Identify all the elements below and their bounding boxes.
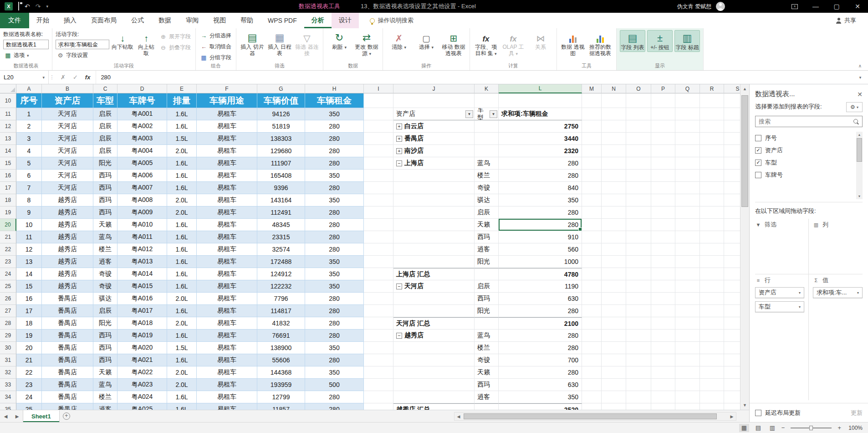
- cell-S31[interactable]: [724, 354, 740, 366]
- cell-S13[interactable]: [724, 133, 740, 145]
- row-header-30[interactable]: 30: [0, 342, 16, 354]
- cell-F30[interactable]: 易租车: [197, 342, 257, 354]
- ribbon-button-取消组合[interactable]: ←取消组合: [199, 42, 233, 52]
- normal-view-icon[interactable]: ▦: [739, 424, 749, 432]
- column-header-Q[interactable]: Q: [675, 84, 700, 93]
- cell-M20[interactable]: [582, 219, 602, 231]
- cell-M34[interactable]: [582, 391, 602, 403]
- cell-O30[interactable]: [626, 342, 651, 354]
- cell-N35[interactable]: [602, 403, 626, 410]
- scroll-up-icon[interactable]: ▲: [856, 132, 863, 138]
- cell-E33[interactable]: 2.0L: [167, 379, 197, 391]
- cell-F26[interactable]: 易租车: [197, 293, 257, 305]
- cell-N26[interactable]: [602, 293, 626, 305]
- cell-P13[interactable]: [651, 133, 675, 145]
- formula-input[interactable]: 280: [96, 71, 853, 84]
- cell-F33[interactable]: 易租车: [197, 379, 257, 391]
- cell-D25[interactable]: 粤A015: [117, 280, 167, 293]
- cell-M31[interactable]: [582, 354, 602, 366]
- cell-D22[interactable]: 粤A012: [117, 243, 167, 256]
- update-button[interactable]: 更新: [851, 409, 863, 417]
- cell-M16[interactable]: [582, 170, 602, 182]
- cell-S15[interactable]: [724, 157, 740, 170]
- cell-R24[interactable]: [700, 268, 724, 280]
- cell-D35[interactable]: 粤A025: [117, 403, 167, 410]
- row-header-27[interactable]: 27: [0, 305, 16, 317]
- cell-S14[interactable]: [724, 145, 740, 157]
- field-list-scroll-thumb[interactable]: [857, 138, 862, 162]
- cell-G33[interactable]: 193959: [257, 379, 305, 391]
- undo-button[interactable]: ↶: [25, 3, 30, 10]
- cell-R26[interactable]: [700, 293, 724, 305]
- cell-L12[interactable]: 2750: [499, 120, 582, 133]
- row-header-23[interactable]: 23: [0, 256, 16, 268]
- cell-K12[interactable]: [475, 120, 499, 133]
- tab-file[interactable]: 文件: [0, 13, 29, 28]
- options-button[interactable]: ▦ 选项 ▾: [3, 51, 49, 60]
- ribbon-button-更改数据源[interactable]: ⇄更改 数据源 ▾: [354, 30, 379, 57]
- cell-E35[interactable]: 1.6L: [167, 403, 197, 410]
- cell-M10[interactable]: [582, 93, 602, 108]
- cell-F11[interactable]: 易租车: [197, 108, 257, 120]
- cell-L34[interactable]: 350: [499, 391, 582, 403]
- cell-J19[interactable]: [393, 206, 475, 219]
- cell-D34[interactable]: 粤A024: [117, 391, 167, 403]
- vertical-scrollbar[interactable]: ▲ ▼: [740, 84, 749, 410]
- cell-M15[interactable]: [582, 157, 602, 170]
- cell-L21[interactable]: 910: [499, 231, 582, 243]
- tab-WPS PDF[interactable]: WPS PDF: [260, 13, 304, 28]
- cell-Q28[interactable]: [675, 317, 700, 330]
- cell-Q32[interactable]: [675, 366, 700, 379]
- expand-formula-bar-icon[interactable]: ▾: [853, 71, 868, 84]
- cell-S26[interactable]: [724, 293, 740, 305]
- cell-J29[interactable]: −越秀店: [393, 330, 475, 342]
- cell-K32[interactable]: 天籁: [475, 366, 499, 379]
- cell-O24[interactable]: [626, 268, 651, 280]
- cell-I20[interactable]: [364, 219, 393, 231]
- cell-N12[interactable]: [602, 120, 626, 133]
- cell-O27[interactable]: [626, 305, 651, 317]
- cell-F32[interactable]: 易租车: [197, 366, 257, 379]
- filter-dropdown-icon[interactable]: ▼: [490, 110, 497, 118]
- cancel-icon[interactable]: ✗: [61, 74, 66, 81]
- cell-R33[interactable]: [700, 379, 724, 391]
- cell-F23[interactable]: 易租车: [197, 256, 257, 268]
- cell-I16[interactable]: [364, 170, 393, 182]
- minimize-button[interactable]: —: [805, 0, 826, 13]
- cell-J23[interactable]: [393, 256, 475, 268]
- cell-A34[interactable]: 24: [16, 391, 42, 403]
- page-layout-view-icon[interactable]: ▤: [753, 424, 763, 432]
- area-field-资产店[interactable]: 资产店▾: [755, 287, 804, 298]
- cell-R19[interactable]: [700, 206, 724, 219]
- field-list-scrollbar[interactable]: ▲ ▼: [856, 132, 863, 199]
- row-header-35[interactable]: 35: [0, 403, 16, 410]
- cell-P15[interactable]: [651, 157, 675, 170]
- cell-R29[interactable]: [700, 330, 724, 342]
- cell-Q30[interactable]: [675, 342, 700, 354]
- cell-F19[interactable]: 易租车: [197, 206, 257, 219]
- cell-A18[interactable]: 8: [16, 194, 42, 206]
- cell-F15[interactable]: 易租车: [197, 157, 257, 170]
- cell-E26[interactable]: 2.0L: [167, 293, 197, 305]
- row-header-24[interactable]: 24: [0, 268, 16, 280]
- cell-N19[interactable]: [602, 206, 626, 219]
- cell-G13[interactable]: 138303: [257, 133, 305, 145]
- ribbon-display-options-button[interactable]: ∧: [784, 0, 805, 13]
- cell-L25[interactable]: 1190: [499, 280, 582, 293]
- row-header-11[interactable]: 11: [0, 108, 16, 120]
- cell-O32[interactable]: [626, 366, 651, 379]
- cell-M21[interactable]: [582, 231, 602, 243]
- rows-area[interactable]: 资产店▾车型▾: [755, 286, 809, 400]
- row-header-32[interactable]: 32: [0, 366, 16, 379]
- column-header-J[interactable]: J: [393, 84, 475, 93]
- cell-K31[interactable]: 奇骏: [475, 354, 499, 366]
- cell-C29[interactable]: 西玛: [93, 330, 117, 342]
- table-header-资产店[interactable]: 资产店: [42, 93, 93, 108]
- column-header-R[interactable]: R: [700, 84, 724, 93]
- cell-F20[interactable]: 易租车: [197, 219, 257, 231]
- row-header-28[interactable]: 28: [0, 317, 16, 330]
- cell-J20[interactable]: [393, 219, 475, 231]
- cell-O19[interactable]: [626, 206, 651, 219]
- cell-Q16[interactable]: [675, 170, 700, 182]
- cell-H13[interactable]: 280: [305, 133, 364, 145]
